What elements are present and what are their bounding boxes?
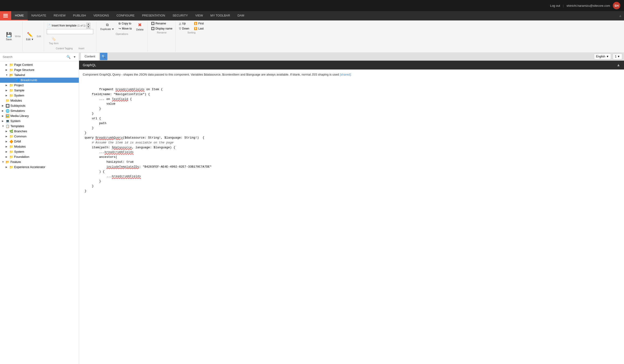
tree-label-templates: Templates (10, 124, 24, 128)
tree-item-foundation[interactable]: ▶ 📁 Foundation (0, 154, 79, 159)
tree-arrow-modules-t: ▶ (6, 145, 9, 148)
menu-item-presentation[interactable]: PRESENTATION (138, 11, 169, 21)
icon-media-library: 🖼️ (6, 114, 9, 118)
top-bar: Log out | shinichi.haramizu@sitecore.com… (0, 0, 624, 11)
edit-button[interactable]: ✏️ Edit ▼ (25, 31, 35, 42)
copy-to-button[interactable]: ⧉ Copy to (117, 21, 133, 26)
insert-input-box[interactable] (47, 29, 93, 34)
tree-item-experience-accelerator[interactable]: ▶ 📁 Experience Accelerator (0, 165, 79, 170)
tree-item-modules-t[interactable]: ▶ 📁 Modules (0, 144, 79, 149)
ribbon: 💾 Save Write ✏️ Edit ▼ Edit 📄 Insert fro… (0, 21, 624, 53)
tree-item-media-library[interactable]: ▶ 🖼️ Media Library (0, 113, 79, 119)
menu-item-review[interactable]: REVIEW (50, 11, 69, 21)
save-button[interactable]: 💾 Save (4, 31, 14, 42)
tree-item-modules[interactable]: 📁 Modules (0, 98, 79, 103)
avatar: SH (613, 2, 620, 9)
graphql-code-block[interactable]: fragment breadcrumbFields on Item { fiel… (79, 79, 624, 201)
menu-item-security[interactable]: SECURITY (169, 11, 192, 21)
tree-item-system-root[interactable]: ▶ 💻 System (0, 119, 79, 124)
insert-arrow-up[interactable]: ▲ (86, 23, 90, 26)
graphql-collapse-button[interactable]: ▲ (617, 63, 620, 67)
move-icon: ↪ (119, 27, 121, 30)
tree-arrow-templates: ▼ (2, 125, 6, 127)
tree-label-simulators: Simulators (10, 109, 25, 112)
write-group-label: Write (15, 35, 21, 38)
search-icon[interactable]: 🔍 (66, 54, 71, 60)
graphql-description: Component GraphQL Query - shapes the JSO… (79, 70, 624, 80)
page-icon-breadcrumb: 🔷 (16, 78, 20, 82)
display-name-button[interactable]: 🔲 Display name (150, 26, 174, 31)
menu-item-view[interactable]: VIEW (192, 11, 207, 21)
tree-item-page-content[interactable]: ▶ 📁 Page Content (0, 62, 79, 67)
last-icon: ⏬ (194, 27, 197, 30)
ribbon-collapse-icon[interactable]: ▲ (618, 14, 622, 18)
menu-item-versions[interactable]: VERSIONS (90, 11, 113, 21)
menu-item-my-toolbar[interactable]: MY TOOLBAR (207, 11, 234, 21)
menu-item-configure[interactable]: CONFIGURE (113, 11, 138, 21)
tag-item-button[interactable]: 🏷️ Tag item (47, 36, 61, 46)
tree-item-project[interactable]: ▶ 📁 Project (0, 83, 79, 88)
tree-item-breadcrumb[interactable]: 🔷 Breadcrumb (0, 78, 79, 83)
tree-item-templates[interactable]: ▼ 📋 Templates (0, 124, 79, 129)
tab-search[interactable]: 🔍 (100, 53, 107, 60)
tab-right-controls: English ▼ 1 ▼ (594, 54, 622, 59)
tree-item-system-t[interactable]: ▶ 📁 System (0, 149, 79, 154)
search-dropdown-icon[interactable]: ▼ (72, 54, 77, 59)
graphql-header: GraphQL ▲ (79, 61, 624, 70)
ribbon-rename-group: 🔲 Rename 🔲 Display name Rename (148, 21, 176, 52)
tree-item-sample[interactable]: ▶ 📁 Sample (0, 88, 79, 93)
insert-arrows: ▲ ▼ (86, 23, 90, 28)
first-button[interactable]: ⏫ First (192, 21, 205, 26)
tree-item-branches[interactable]: ▶ 🌿 Branches (0, 129, 79, 134)
down-button[interactable]: ▽ Down (178, 26, 191, 31)
tree-arrow-foundation: ▶ (6, 156, 9, 158)
move-to-button[interactable]: ↪ Move to (117, 26, 133, 31)
menu-item-navigate[interactable]: NAVIGATE (28, 11, 50, 21)
content-area: Content 🔍 English ▼ 1 ▼ GraphQL ▲ Compon… (79, 53, 624, 364)
svg-rect-2 (3, 17, 8, 17)
delete-button[interactable]: ✖ Delete (134, 21, 146, 32)
menu-item-dam[interactable]: DAM (234, 11, 248, 21)
last-button[interactable]: ⏬ Last (192, 26, 205, 31)
search-input[interactable] (2, 54, 65, 59)
folder-icon-experience-accelerator: 📁 (9, 165, 13, 169)
tree-item-feature[interactable]: ▼ 📂 Feature (0, 159, 79, 165)
version-selector[interactable]: 1 ▼ (613, 54, 622, 59)
tree-item-simulators[interactable]: ▶ 🌐 Simulators (0, 108, 79, 113)
tree-item-page-structure[interactable]: ▶ 📁 Page Structure (0, 67, 79, 73)
tree-arrow-dam: ▶ (6, 140, 9, 143)
folder-icon-project: 📁 (9, 83, 13, 87)
tree-item-system-inner[interactable]: ▶ 📁 System (0, 93, 79, 98)
delete-icon: ✖ (138, 23, 142, 27)
duplicate-button[interactable]: ⧉ Duplicate ▼ (98, 21, 116, 32)
insert-arrow-down[interactable]: ▼ (86, 26, 90, 28)
first-last-buttons: ⏫ First ⏬ Last (192, 21, 205, 31)
logout-button[interactable]: Log out (550, 4, 560, 7)
tree-arrow-simulators: ▶ (2, 109, 6, 112)
tab-content[interactable]: Content (81, 53, 99, 60)
language-selector[interactable]: English ▼ (594, 54, 611, 59)
insert-from-template-label[interactable]: Insert from template (52, 24, 77, 27)
tree-area: ▶ 📁 Page Content ▶ 📁 Page Structure ▼ 📂 … (0, 61, 79, 364)
up-button[interactable]: △ Up (178, 21, 191, 26)
tree-item-common[interactable]: ▶ 📁 Common (0, 134, 79, 139)
folder-icon-feature: 📂 (6, 160, 9, 164)
tree-arrow-system-inner: ▶ (6, 94, 9, 97)
tree-arrow-modules (2, 99, 6, 102)
tree-label-sublayouts: Sublayouts (10, 104, 25, 107)
tree-arrow-tailwind: ▼ (6, 74, 9, 76)
tree-label-dam: DAM (14, 140, 21, 143)
svg-rect-1 (3, 15, 8, 16)
folder-icon-system-t: 📁 (9, 150, 13, 154)
tree-arrow-sample: ▶ (6, 89, 9, 92)
tree-label-tailwind: Tailwind (14, 73, 25, 77)
tree-item-sublayouts[interactable]: ▶ 🔲 Sublayouts (0, 103, 79, 108)
edit-icon: ✏️ (27, 32, 33, 37)
tree-arrow-branches: ▶ (6, 130, 9, 132)
menu-item-home[interactable]: HOME (11, 11, 28, 21)
tree-item-tailwind[interactable]: ▼ 📂 Tailwind (0, 73, 79, 78)
menu-item-publish[interactable]: PUBLISH (69, 11, 90, 21)
hamburger-icon[interactable] (0, 11, 11, 21)
tree-item-dam[interactable]: ▶ 🔶 DAM (0, 139, 79, 144)
rename-button[interactable]: 🔲 Rename (150, 21, 174, 26)
